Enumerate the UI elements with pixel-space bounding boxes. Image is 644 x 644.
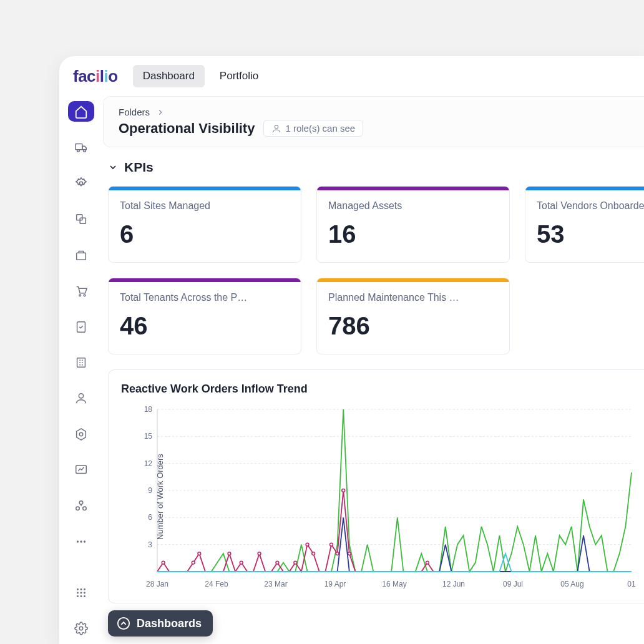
svg-point-59	[258, 552, 261, 555]
kpi-label: Planned Maintenance This …	[328, 292, 498, 303]
kpi-label: Managed Assets	[328, 200, 498, 212]
chevron-down-icon	[108, 162, 118, 172]
sidebar-settings[interactable]	[68, 618, 94, 639]
svg-point-27	[80, 595, 82, 597]
kpi-label: Total Tenants Across the P…	[120, 292, 290, 303]
home-icon	[74, 105, 88, 119]
kpi-value: 786	[328, 312, 498, 340]
kpi-label: Total Sites Managed	[120, 200, 290, 212]
svg-text:6: 6	[148, 513, 152, 522]
brand-logo: facilio	[73, 67, 118, 86]
svg-point-20	[77, 588, 79, 590]
svg-point-68	[426, 561, 429, 564]
sidebar-user[interactable]	[68, 388, 94, 409]
svg-point-55	[192, 561, 195, 564]
hex-icon	[74, 427, 88, 441]
svg-point-69	[118, 618, 129, 629]
svg-point-29	[79, 627, 83, 631]
svg-point-17	[77, 541, 79, 543]
chart-y-axis-label: Number of Work Orders	[155, 454, 165, 540]
sidebar-module[interactable]	[68, 424, 94, 444]
kpi-card[interactable]: Total Tenants Across the P… 46	[108, 278, 301, 354]
svg-point-67	[348, 552, 351, 555]
kpi-value: 6	[120, 220, 290, 248]
sidebar-more[interactable]	[68, 532, 94, 552]
box-icon	[74, 248, 88, 262]
svg-point-23	[77, 592, 79, 593]
svg-rect-5	[80, 218, 85, 223]
svg-point-25	[84, 592, 85, 593]
svg-point-2	[84, 150, 86, 152]
sidebar-inventory[interactable]	[68, 245, 94, 265]
svg-rect-0	[76, 144, 82, 150]
svg-rect-10	[77, 358, 85, 368]
svg-point-57	[228, 552, 231, 555]
tab-dashboard[interactable]: Dashboard	[133, 65, 205, 87]
sidebar-apps[interactable]	[68, 582, 94, 603]
svg-point-54	[162, 561, 165, 564]
chart-card: Reactive Work Orders Inflow Trend Number…	[108, 369, 644, 603]
sidebar-home[interactable]	[68, 101, 94, 122]
chart-plot-area: 36912151828 Jan24 Feb23 Mar19 Apr16 May1…	[114, 403, 638, 590]
user-icon	[74, 391, 88, 405]
svg-point-18	[80, 541, 82, 543]
kpi-value: 46	[120, 312, 290, 340]
truck-icon	[74, 140, 88, 154]
sidebar-cart[interactable]	[68, 280, 94, 301]
page-title: Operational Visibility	[119, 120, 255, 137]
svg-point-30	[275, 125, 278, 128]
sidebar-workorders[interactable]	[68, 208, 94, 229]
svg-text:09 Jul: 09 Jul	[503, 580, 523, 588]
svg-point-11	[79, 394, 83, 398]
breadcrumb[interactable]: Folders	[119, 107, 629, 117]
gear-outline-icon	[74, 177, 88, 190]
kpi-card[interactable]: Total Vendors Onboarded 53	[525, 186, 644, 263]
svg-point-12	[79, 432, 83, 436]
sidebar-org[interactable]	[68, 495, 94, 516]
kpi-value: 16	[328, 220, 498, 248]
svg-text:15: 15	[144, 432, 153, 441]
tab-portfolio[interactable]: Portfolio	[210, 65, 268, 87]
person-icon	[271, 124, 281, 134]
svg-text:18: 18	[144, 405, 153, 414]
svg-text:28 Jan: 28 Jan	[146, 580, 168, 588]
svg-point-21	[80, 588, 82, 590]
analytics-icon	[74, 463, 88, 477]
svg-point-19	[84, 541, 85, 543]
svg-point-28	[84, 595, 85, 597]
roles-badge[interactable]: 1 role(s) can see	[263, 120, 363, 137]
dashboards-fab-label: Dashboards	[137, 617, 202, 630]
svg-rect-4	[77, 215, 82, 220]
gear-icon	[74, 622, 88, 635]
breadcrumb-parent[interactable]: Folders	[119, 107, 150, 117]
svg-point-61	[294, 561, 297, 564]
svg-point-56	[198, 552, 201, 555]
kpi-card[interactable]: Planned Maintenance This … 786	[316, 278, 510, 354]
kpi-card[interactable]: Managed Assets 16	[316, 186, 510, 263]
svg-point-62	[306, 543, 309, 546]
svg-point-60	[276, 561, 279, 564]
kpi-card[interactable]: Total Sites Managed 6	[108, 186, 301, 263]
cart-icon	[74, 284, 88, 298]
sidebar-reports[interactable]	[68, 316, 94, 337]
svg-point-8	[84, 295, 85, 296]
sidebar-settings-alt[interactable]	[68, 173, 94, 193]
svg-text:9: 9	[148, 486, 152, 495]
svg-point-22	[84, 588, 85, 590]
dashboards-fab[interactable]: Dashboards	[108, 610, 213, 637]
svg-text:12 Jun: 12 Jun	[442, 580, 465, 588]
svg-point-66	[342, 489, 345, 492]
chart-title: Reactive Work Orders Inflow Trend	[121, 383, 644, 396]
people-icon	[74, 499, 88, 513]
sidebar-delivery[interactable]	[68, 137, 94, 157]
svg-text:19 Apr: 19 Apr	[324, 580, 346, 588]
kpis-section-header[interactable]: KPIs	[108, 160, 644, 175]
sidebar-buildings[interactable]	[68, 352, 94, 373]
sidebar-analytics[interactable]	[68, 460, 94, 481]
svg-point-58	[240, 561, 243, 564]
svg-point-14	[79, 501, 83, 505]
svg-point-65	[336, 552, 339, 555]
dots-horizontal-icon	[74, 535, 88, 549]
svg-text:16 May: 16 May	[382, 580, 406, 588]
svg-text:23 Mar: 23 Mar	[264, 580, 287, 588]
